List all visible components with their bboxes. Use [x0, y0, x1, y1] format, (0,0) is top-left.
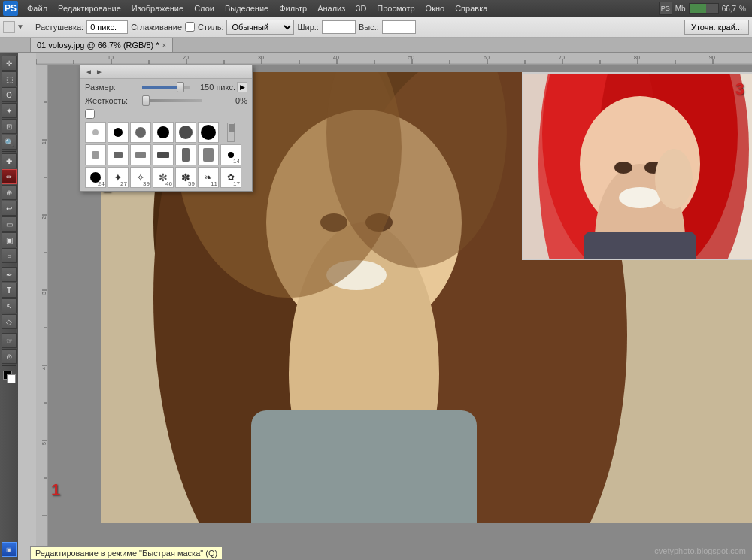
brush-preset-soft-sm[interactable] [85, 122, 106, 143]
brush-size-slider-container[interactable] [142, 82, 190, 92]
brush-preset-sq4[interactable] [153, 144, 174, 165]
tab-close-btn[interactable]: × [162, 41, 167, 50]
ruler-svg-top: 10 20 30 40 50 60 70 80 90 [36, 53, 752, 65]
menu-3d[interactable]: 3D [351, 2, 371, 14]
brush-preset-star2[interactable]: ✧ 39 [130, 167, 151, 188]
brush-preset-round-xxlg[interactable] [198, 122, 219, 143]
brush-preset-round-lg[interactable] [153, 122, 174, 143]
lasso-tool[interactable]: ʘ [2, 87, 17, 102]
svg-rect-30 [36, 65, 48, 560]
brush-size-thumb[interactable] [177, 82, 184, 92]
menu-help[interactable]: Справка [450, 2, 492, 14]
move-tool[interactable]: ✛ [2, 56, 17, 71]
brush-preset-leaf2[interactable]: ✿ 17 [220, 167, 241, 188]
brush-preset-sq5[interactable] [175, 144, 196, 165]
brush-preset-num1[interactable]: 14 [220, 144, 241, 165]
brush-size-input[interactable] [86, 20, 128, 34]
brush-panel: ◄ ► Размер: 150 пикс. [80, 65, 253, 192]
heal-tool[interactable]: ✚ [2, 153, 17, 168]
brush-preset-sq1[interactable] [85, 144, 106, 165]
brush-size-value: 150 пикс. [194, 83, 235, 92]
style-label: Стиль: [198, 23, 223, 32]
brush-preset-star4[interactable]: ✽ 59 [175, 167, 196, 188]
rect-select-tool[interactable]: ⬚ [2, 71, 17, 86]
document-tab[interactable]: 01 volosy.jpg @ 66,7% (RGB/8) * × [30, 38, 173, 52]
clone-tool[interactable]: ⊕ [2, 185, 17, 200]
brush-preset-num2[interactable]: 24 [85, 167, 106, 188]
red-photo: 3 [522, 72, 752, 260]
brush-preset-star3[interactable]: ✼ 46 [153, 167, 174, 188]
brush-scrollbar [220, 122, 241, 143]
left-toolbar: ✛ ⬚ ʘ ✦ ⊡ 🔍 ✚ ✏ ⊕ ↩ ▭ ▣ ○ ✒ T ↖ ◇ ☞ ⊙ ▣ [0, 53, 18, 560]
menu-view[interactable]: Просмотр [372, 2, 419, 14]
brush-preset-round-sm[interactable] [108, 122, 129, 143]
canvas-area[interactable]: 3 2 ◄ ► Размер: [48, 65, 752, 560]
background-color[interactable] [7, 374, 16, 383]
menu-window[interactable]: Окно [421, 2, 450, 14]
red-photo-svg [523, 74, 752, 259]
menu-analysis[interactable]: Анализ [313, 2, 350, 14]
dodge-tool[interactable]: ○ [2, 248, 17, 263]
brush-preset-sq6[interactable] [198, 144, 219, 165]
brush-size-row: Размер: 150 пикс. ▶ [85, 82, 247, 92]
brush-preset-round-xlg[interactable] [175, 122, 196, 143]
eraser-tool[interactable]: ▭ [2, 216, 17, 232]
brush-preset-sq2[interactable] [108, 144, 129, 165]
gradient-tool[interactable]: ▣ [2, 232, 17, 247]
brush-tool[interactable]: ✏ [2, 169, 17, 184]
menu-select[interactable]: Выделение [220, 2, 273, 14]
width-input[interactable] [322, 20, 356, 34]
brush-panel-forward-arrow[interactable]: ► [96, 68, 103, 76]
svg-rect-0 [36, 53, 752, 65]
tab-filename: 01 volosy.jpg @ 66,7% (RGB/8) * [37, 41, 159, 50]
style-select[interactable]: Обычный [226, 20, 294, 35]
svg-point-74 [655, 149, 693, 209]
svg-text:5: 5 [41, 442, 47, 445]
history-brush-tool[interactable]: ↩ [2, 201, 17, 216]
quick-mask-button[interactable]: ▣ [2, 542, 17, 557]
width-label: Шир.: [297, 23, 318, 32]
height-input[interactable] [382, 20, 416, 34]
menu-layers[interactable]: Слои [190, 2, 219, 14]
path-select-tool[interactable]: ↖ [2, 298, 17, 313]
refine-edge-button[interactable]: Уточн. край... [684, 20, 749, 35]
svg-text:20: 20 [183, 55, 189, 60]
main-layout: ✛ ⬚ ʘ ✦ ⊡ 🔍 ✚ ✏ ⊕ ↩ ▭ ▣ ○ ✒ T ↖ ◇ ☞ ⊙ ▣ [0, 53, 752, 560]
menu-edit[interactable]: Редактирование [53, 2, 126, 14]
tool-preset-icon[interactable] [3, 21, 15, 33]
type-tool[interactable]: T [2, 283, 17, 298]
brush-panel-back-arrow[interactable]: ◄ [85, 68, 92, 76]
anti-alias-label: Сглаживание [131, 23, 182, 32]
menu-image[interactable]: Изображение [127, 2, 188, 14]
brush-size-label: Размер: [85, 83, 138, 92]
svg-rect-57 [251, 410, 477, 523]
svg-text:90: 90 [709, 55, 715, 60]
crop-tool[interactable]: ⊡ [2, 119, 17, 134]
fg-bg-colors[interactable] [2, 369, 17, 384]
workspace: 10 20 30 40 50 60 70 80 90 [18, 53, 752, 560]
zoom-tool[interactable]: ⊙ [2, 349, 17, 364]
brush-hardness-slider-container[interactable] [142, 95, 202, 106]
eyedrop-tool[interactable]: 🔍 [2, 135, 17, 150]
dropdown-arrow[interactable]: ▼ [17, 23, 24, 31]
brush-preset-leaf1[interactable]: ❧ 11 [198, 167, 219, 188]
menu-filter[interactable]: Фильтр [274, 2, 311, 14]
brush-preset-round-md[interactable] [130, 122, 151, 143]
hand-tool[interactable]: ☞ [2, 333, 17, 348]
brush-option-checkbox[interactable] [85, 109, 95, 119]
brush-hardness-thumb[interactable] [142, 95, 150, 106]
brush-preset-sq3[interactable] [130, 144, 151, 165]
brush-size-options-btn[interactable]: ▶ [237, 82, 247, 92]
brush-hardness-value: 0% [206, 96, 247, 105]
svg-text:50: 50 [408, 55, 414, 60]
anti-alias-checkbox[interactable] [185, 22, 195, 32]
tab-bar: 01 volosy.jpg @ 66,7% (RGB/8) * × [0, 38, 752, 53]
quick-select-tool[interactable]: ✦ [2, 103, 17, 118]
shape-tool[interactable]: ◇ [2, 314, 17, 329]
pen-tool[interactable]: ✒ [2, 267, 17, 282]
progress-bar [689, 3, 719, 14]
menu-file[interactable]: Файл [23, 2, 52, 14]
app-logo: PS [3, 1, 18, 16]
brush-preset-star1[interactable]: ✦ 27 [108, 167, 129, 188]
left-ruler: 1 2 3 4 5 [36, 65, 48, 560]
